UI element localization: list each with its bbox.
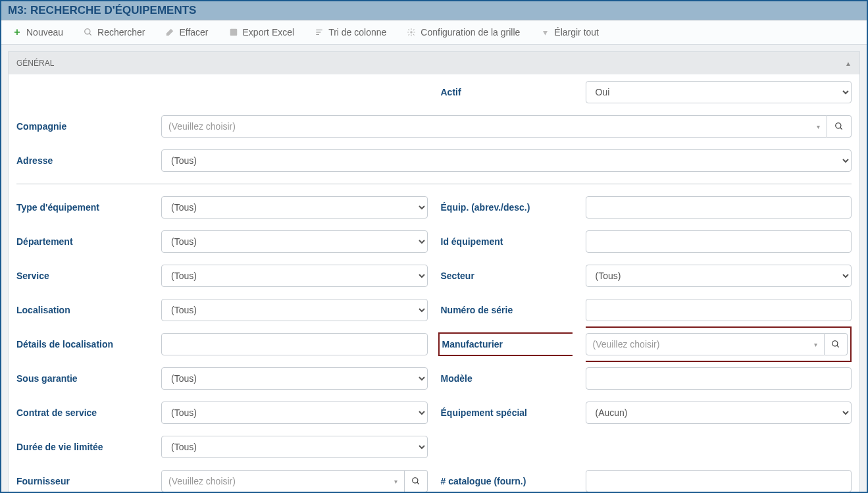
label-numserie: Numéro de série (441, 305, 573, 315)
sort-label: Tri de colonne (328, 27, 386, 38)
label-garantie: Sous garantie (16, 373, 148, 384)
compagnie-combo[interactable]: (Veuillez choisir) ▾ (161, 115, 827, 138)
label-dept: Département (16, 236, 148, 247)
svg-point-6 (411, 31, 413, 34)
label-fournisseur: Fournisseur (16, 476, 148, 486)
export-label: Export Excel (243, 27, 295, 38)
label-service: Service (16, 271, 148, 281)
new-button[interactable]: + Nouveau (8, 24, 67, 40)
label-equipspecial: Équipement spécial (441, 407, 573, 418)
gear-icon (406, 27, 417, 38)
fournisseur-search-button[interactable] (405, 470, 428, 492)
manufacturier-placeholder: (Veuillez choisir) (593, 339, 660, 350)
dureevie-select[interactable]: (Tous) (161, 436, 428, 458)
expand-label: Élargir tout (554, 27, 599, 38)
idequip-input[interactable] (586, 230, 852, 253)
clear-label: Effacer (179, 27, 208, 38)
caret-icon: ▾ (814, 341, 817, 348)
label-secteur: Secteur (441, 271, 573, 281)
fournisseur-placeholder: (Veuillez choisir) (168, 476, 236, 486)
general-panel: GÉNÉRAL ▲ Actif Oui Compagnie (8, 51, 860, 492)
svg-point-9 (832, 341, 838, 346)
svg-point-0 (85, 29, 90, 34)
svg-line-10 (837, 346, 839, 348)
equipdesc-input[interactable] (586, 196, 852, 219)
secteur-select[interactable]: (Tous) (586, 265, 852, 287)
label-adresse: Adresse (16, 155, 148, 166)
label-idequip: Id équipement (441, 236, 573, 247)
search-label: Rechercher (97, 27, 145, 38)
search-button[interactable]: Rechercher (79, 24, 149, 40)
search-icon (83, 27, 93, 38)
loc-select[interactable]: (Tous) (161, 299, 428, 321)
equipspecial-select[interactable]: (Aucun) (586, 402, 852, 424)
label-catalogue: # catalogue (fourn.) (441, 476, 573, 486)
divider (16, 184, 852, 184)
label-contrat: Contrat de service (16, 407, 148, 418)
svg-line-12 (417, 482, 419, 484)
compagnie-search-button[interactable] (827, 115, 852, 138)
label-type: Type d'équipement (16, 202, 148, 213)
label-compagnie: Compagnie (16, 121, 148, 132)
svg-line-1 (89, 34, 91, 36)
sort-button[interactable]: Tri de colonne (310, 24, 390, 40)
excel-icon (228, 27, 239, 38)
label-manufacturier: Manufacturier (438, 332, 573, 356)
type-select[interactable]: (Tous) (161, 196, 428, 219)
expand-button[interactable]: ▾ Élargir tout (536, 24, 603, 40)
catalogue-input[interactable] (586, 470, 852, 492)
caret-icon: ▾ (817, 123, 820, 130)
svg-point-11 (412, 478, 417, 483)
manufacturier-search-button[interactable] (825, 333, 848, 355)
config-label: Configuration de la grille (421, 27, 520, 38)
contrat-select[interactable]: (Tous) (161, 402, 428, 424)
caret-icon: ▾ (394, 478, 397, 485)
detailsloc-input[interactable] (161, 333, 428, 355)
svg-rect-2 (230, 29, 237, 36)
collapse-icon: ▲ (845, 60, 852, 67)
sort-icon (314, 27, 324, 38)
svg-point-7 (836, 123, 841, 128)
chevron-down-icon: ▾ (540, 27, 550, 38)
label-equipdesc: Équip. (abrev./desc.) (441, 202, 573, 213)
svg-line-8 (840, 128, 842, 130)
compagnie-placeholder: (Veuillez choisir) (168, 121, 236, 132)
manufacturier-combo[interactable]: (Veuillez choisir) ▾ (586, 333, 825, 355)
clear-button[interactable]: Effacer (161, 24, 212, 40)
modele-input[interactable] (586, 367, 852, 390)
window-title: M3: RECHERCHE D'ÉQUIPEMENTS (1, 1, 867, 20)
label-detailsloc: Détails de localisation (16, 339, 148, 350)
export-button[interactable]: Export Excel (224, 24, 299, 40)
actif-select[interactable]: Oui (586, 81, 852, 103)
panel-title: GÉNÉRAL (16, 59, 54, 68)
garantie-select[interactable]: (Tous) (161, 367, 428, 390)
config-button[interactable]: Configuration de la grille (402, 24, 524, 40)
label-dureevie: Durée de vie limitée (16, 442, 148, 452)
dept-select[interactable]: (Tous) (161, 230, 428, 253)
toolbar: + Nouveau Rechercher Effacer Export Exce… (1, 20, 867, 45)
fournisseur-combo[interactable]: (Veuillez choisir) ▾ (161, 470, 405, 492)
label-modele: Modèle (441, 373, 573, 384)
plus-icon: + (12, 27, 22, 38)
new-label: Nouveau (26, 27, 63, 38)
service-select[interactable]: (Tous) (161, 265, 428, 287)
adresse-select[interactable]: (Tous) (161, 149, 852, 172)
eraser-icon (165, 27, 175, 38)
panel-header[interactable]: GÉNÉRAL ▲ (9, 52, 859, 74)
label-actif: Actif (441, 87, 573, 97)
numserie-input[interactable] (586, 299, 852, 321)
label-loc: Localisation (16, 305, 148, 315)
